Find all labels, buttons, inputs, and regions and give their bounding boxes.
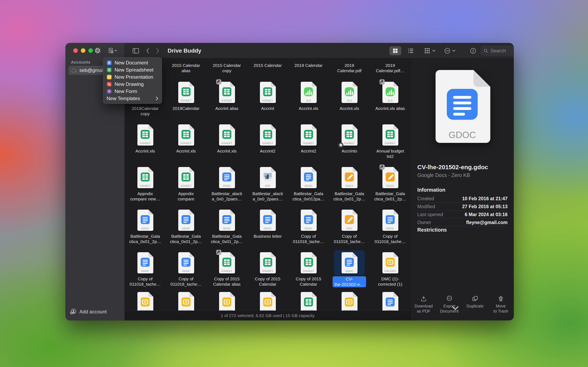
file-item[interactable]: GSHEET Appndix compare new… <box>125 165 165 202</box>
file-item[interactable]: GDOC Copy of 011018_tache… <box>370 208 411 244</box>
file-name: Copy of 011018_tache… <box>293 234 324 244</box>
add-account-label: Add account <box>79 309 107 315</box>
file-name: Copy of 011018_tache… <box>334 234 365 244</box>
group-button[interactable] <box>424 43 435 58</box>
search-input[interactable]: Search <box>481 46 514 55</box>
alias-arrow-badge-icon <box>379 164 385 170</box>
duplicate-button[interactable]: Duplicate <box>462 295 488 314</box>
sidebar-toggle-icon[interactable] <box>132 48 139 54</box>
svg-text:GSHEET: GSHEET <box>181 184 191 187</box>
info-button[interactable] <box>470 43 476 58</box>
file-item[interactable]: GSHEET Accrint.xls <box>207 123 247 159</box>
gsheet-file-icon: GSHEET <box>299 124 318 146</box>
file-item[interactable]: 2015 Calendar alias <box>165 62 207 73</box>
file-item[interactable]: GSHEET Annual budget tst2 <box>370 123 411 159</box>
forward-button[interactable] <box>156 43 160 58</box>
action-label: Duplicate <box>467 304 484 309</box>
file-item[interactable]: GDOC Battlestar_Gala ctica_0x01_2p… <box>207 208 247 244</box>
file-item-selected[interactable]: GDOC CV- lhe-201502-e… <box>329 250 370 287</box>
file-name: Battlestar_Gala ctica_0x01_2p… <box>129 234 161 244</box>
menu-item-new-drawing[interactable]: New Drawing <box>104 81 160 88</box>
file-item[interactable]: GSHEET Accrint2 <box>288 123 329 159</box>
file-item[interactable]: XLS Accrint.xls alias <box>370 80 411 117</box>
file-icon-wrap: GSHEET <box>130 123 160 147</box>
svg-text:GDOC: GDOC <box>223 184 231 187</box>
menu-item-new-document[interactable]: New Document <box>104 59 160 66</box>
file-name: Accrint.xls <box>299 106 318 111</box>
file-item[interactable]: XLS Accrint.xls <box>329 80 370 117</box>
file-item[interactable]: GSLIDES DMC (1)- corrected (1) <box>370 250 411 287</box>
file-name: Accrint.xls <box>339 106 359 111</box>
restrictions-header: Restrictions <box>417 227 447 233</box>
view-grid-button[interactable] <box>389 46 401 55</box>
file-item[interactable]: GSHEET Accrint.xls <box>125 123 165 159</box>
file-item[interactable]: PDF Battlestar_alacti a_0x0_2paes… <box>247 165 288 202</box>
file-item[interactable]: GSHEET Accrint alias <box>207 80 247 117</box>
file-item[interactable]: GDOC Copy of 011018_tache… <box>125 250 165 287</box>
svg-text:GDOC: GDOC <box>386 227 394 230</box>
alias-arrow-badge-icon <box>379 79 385 85</box>
file-item[interactable]: GDOC Battlestar_Gala ctica_0x01_2p… <box>165 208 207 244</box>
more-options-button[interactable] <box>444 43 456 58</box>
alias-arrow-badge-icon <box>216 250 222 255</box>
file-item[interactable]: XLS Accrint.xls <box>288 80 329 117</box>
file-item[interactable]: GDOC Battlestar_Gala ctica_0x01_2p… <box>125 208 165 244</box>
file-name: Copy of 011018_tache… <box>171 276 202 287</box>
menu-item-new-form[interactable]: New Form <box>104 88 160 95</box>
add-account-button[interactable]: Add account <box>70 309 107 315</box>
move-to-trash-button[interactable]: Move to Trash <box>488 295 514 314</box>
file-item[interactable]: GDOC Copy of 011018_tache… <box>288 208 329 244</box>
back-button[interactable] <box>146 43 150 58</box>
info-value: fleyne@gmail.com <box>466 220 508 225</box>
file-item[interactable]: GSHEET Copy of 2015 Calendar alias <box>207 250 247 287</box>
settings-gear-icon[interactable] <box>95 48 101 54</box>
file-item[interactable]: GSHEET Appndix compare <box>165 165 207 202</box>
svg-text:GDOC: GDOC <box>346 269 354 273</box>
menu-item-new-templates[interactable]: New Templates <box>104 95 160 102</box>
download-as-pdf-button[interactable]: Download as PDF <box>411 295 437 314</box>
file-name: Accrint alias <box>215 106 238 111</box>
file-item[interactable]: GDOC Business letter <box>247 208 288 244</box>
menu-item-new-presentation[interactable]: New Presentation <box>104 73 160 81</box>
file-icon-wrap: GSLIDES <box>375 250 406 275</box>
file-item[interactable]: DOCX Battlestar_Gala ctica_0x01_2p… <box>370 165 411 202</box>
file-item[interactable]: GSHEET Copy of 2015 Calendar <box>288 250 329 287</box>
export-document-button[interactable]: Export Document <box>437 295 462 314</box>
view-list-button[interactable] <box>405 46 417 55</box>
file-item[interactable]: GSHEET Accrint <box>247 80 288 117</box>
file-item[interactable]: DOC Copy of 011018_tache… <box>329 208 370 244</box>
minimize-button[interactable] <box>81 48 85 53</box>
file-item[interactable]: GSHEET Accrint2 <box>247 123 288 159</box>
inspector-panel: GDOC CV-lhe-201502-eng.gdoc Google Docs … <box>411 58 514 320</box>
file-row: 2015 Calendar alias2015 Calendar copy201… <box>125 62 411 73</box>
file-item[interactable]: 2019 Calendar.pdf… <box>370 62 411 73</box>
close-button[interactable] <box>73 48 78 53</box>
file-item[interactable]: GSHEET 2019Calendar <box>165 80 207 117</box>
file-item[interactable]: GDOC Copy of 011018_tache… <box>165 250 207 287</box>
gsheet-file-icon: GSHEET <box>135 124 155 146</box>
gdoc-file-icon: GDOC <box>299 209 318 231</box>
file-item[interactable]: GSHEET Copy of 2015 Calendar <box>247 250 288 287</box>
file-item[interactable]: 2015 Calendar <box>247 62 288 73</box>
file-item[interactable]: GDOC Battlestar_alacti a_0x0_2paes… <box>207 165 247 202</box>
file-icon-wrap: GDOC <box>212 165 242 190</box>
gdoc-file-icon: GDOC <box>176 252 196 274</box>
file-item[interactable]: GSHEET Accrint.xls <box>165 123 207 159</box>
zoom-button[interactable] <box>88 48 93 53</box>
file-item[interactable]: GDOC Battlestar_Gala ctica_0x012pa… <box>288 165 329 202</box>
svg-text:GSHEET: GSHEET <box>303 142 314 145</box>
file-icon-wrap: GSHEET <box>375 123 406 147</box>
file-item[interactable]: GSHEET Accrinto <box>329 123 370 159</box>
menu-item-new-spreadsheet[interactable]: New Spreadsheet <box>104 66 160 73</box>
svg-text:GSLIDES: GSLIDES <box>384 269 396 273</box>
new-item-button[interactable] <box>108 48 117 54</box>
file-item[interactable]: 2019 Calendar <box>288 62 329 73</box>
file-preview-icon: GDOC <box>411 67 514 146</box>
file-icon-wrap: GDOC <box>252 208 283 233</box>
file-item[interactable]: DOCX Battlestar_Gala ctica_0x01_2p… <box>329 165 370 202</box>
file-item[interactable]: 2019 Calendar.pdf <box>329 62 370 73</box>
file-icon-wrap: GSHEET <box>130 165 160 190</box>
ellipsis-circle-icon <box>444 48 450 54</box>
svg-text:GDOC: GDOC <box>182 269 190 273</box>
file-item[interactable]: 2015 Calendar copy <box>207 62 247 73</box>
